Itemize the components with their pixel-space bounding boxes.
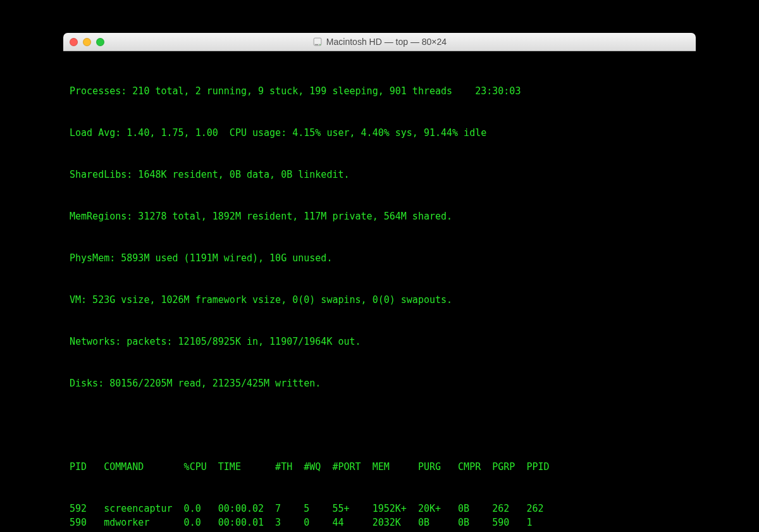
- terminal-window: Macintosh HD — top — 80×24 Processes: 21…: [63, 33, 696, 532]
- header-sharedlibs: SharedLibs: 1648K resident, 0B data, 0B …: [70, 168, 689, 182]
- process-table-body: 592 screencaptur 0.0 00:00.02 7 5 55+ 19…: [70, 502, 689, 532]
- terminal-content[interactable]: Processes: 210 total, 2 running, 9 stuck…: [63, 51, 696, 532]
- traffic-lights: [70, 38, 104, 46]
- disk-icon: [312, 37, 323, 47]
- svg-point-3: [319, 44, 321, 46]
- header-vm: VM: 523G vsize, 1026M framework vsize, 0…: [70, 293, 689, 307]
- svg-rect-0: [314, 38, 321, 46]
- process-row: 592 screencaptur 0.0 00:00.02 7 5 55+ 19…: [70, 502, 689, 516]
- close-button[interactable]: [70, 38, 78, 46]
- header-loadavg: Load Avg: 1.40, 1.75, 1.00 CPU usage: 4.…: [70, 126, 689, 140]
- svg-rect-1: [314, 39, 321, 44]
- blank-line: [70, 418, 689, 432]
- process-row: 589 mdworker 0.0 00:00.01 3 0 44 1572K 0…: [70, 529, 689, 532]
- process-table-header: PID COMMAND %CPU TIME #TH #WQ #PORT MEM …: [70, 460, 689, 474]
- header-processes: Processes: 210 total, 2 running, 9 stuck…: [70, 84, 689, 98]
- window-titlebar[interactable]: Macintosh HD — top — 80×24: [63, 33, 696, 51]
- window-title-text: Macintosh HD — top — 80×24: [326, 37, 447, 47]
- svg-rect-2: [315, 44, 318, 45]
- header-networks: Networks: packets: 12105/8925K in, 11907…: [70, 335, 689, 349]
- window-title: Macintosh HD — top — 80×24: [63, 37, 696, 47]
- header-physmem: PhysMem: 5893M used (1191M wired), 10G u…: [70, 251, 689, 265]
- zoom-button[interactable]: [96, 38, 104, 46]
- process-row: 590 mdworker 0.0 00:00.01 3 0 44 2032K 0…: [70, 516, 689, 529]
- header-disks: Disks: 80156/2205M read, 21235/425M writ…: [70, 376, 689, 390]
- header-memregions: MemRegions: 31278 total, 1892M resident,…: [70, 209, 689, 223]
- minimize-button[interactable]: [83, 38, 91, 46]
